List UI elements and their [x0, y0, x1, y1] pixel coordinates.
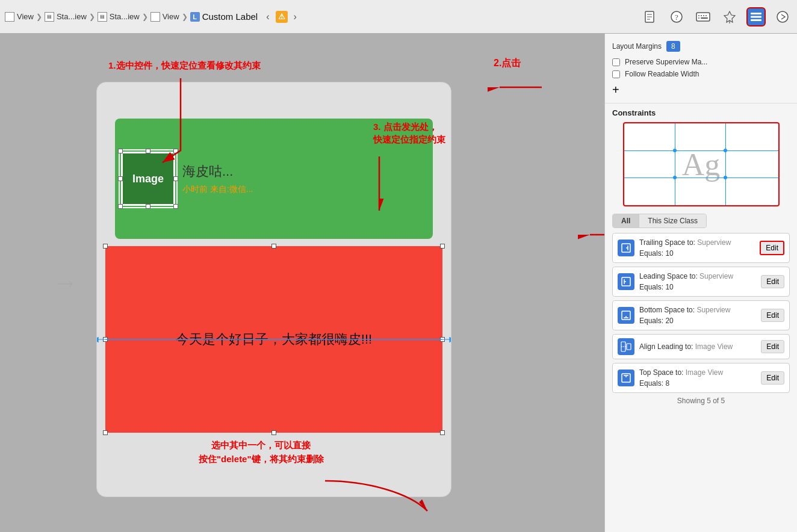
preserve-superview-label: Preserve Superview Ma...: [625, 58, 707, 66]
breadcrumb-label-item[interactable]: L: [190, 12, 200, 22]
red-handle-tl: [103, 244, 108, 249]
constraint-line-right: [105, 339, 451, 340]
nav-forward-icon[interactable]: ›: [290, 10, 300, 23]
text-area: 海皮咕... 小时前 来自:微信...: [182, 162, 427, 195]
top-edit-button[interactable]: Edit: [761, 371, 784, 385]
help-toolbar-icon[interactable]: ?: [667, 7, 686, 26]
sub-text: 小时前 来自:微信...: [182, 184, 427, 195]
stack-icon-1: ▤: [45, 12, 54, 22]
ag-dot-3: [673, 176, 677, 179]
layout-margin-label: Layout Margins: [612, 42, 662, 51]
ag-dot-2: [724, 149, 727, 152]
image-box-wrapper: Image: [121, 152, 175, 206]
constraint-item-bottom: Bottom Space to: Superview Equals: 20 Ed…: [612, 300, 790, 330]
ag-line-top: [624, 150, 778, 151]
step2-annotation: 2.点击: [494, 57, 521, 70]
tab-all[interactable]: All: [613, 214, 639, 227]
pin-toolbar-icon[interactable]: [720, 7, 739, 26]
red-label[interactable]: 今天是个好日子，大家都很嗨皮!!! ◄ ►: [105, 246, 442, 433]
breadcrumb-sep-2: ❯: [89, 13, 95, 21]
showing-text: Showing 5 of 5: [612, 397, 790, 405]
step1-annotation: 1.选中控件，快速定位查看修改其约束: [108, 60, 261, 72]
trailing-edit-button[interactable]: Edit: [760, 241, 784, 255]
layout-margin-value: 8: [666, 41, 680, 52]
tab-this-size-class[interactable]: This Size Class: [639, 214, 706, 227]
constraint-item-align-leading: Align Leading to: Image View Edit: [612, 334, 790, 359]
bottom-constraint-icon: [618, 307, 634, 324]
red-handle-bl: [103, 430, 108, 435]
align-leading-constraint-icon: [618, 338, 634, 355]
leading-edit-button[interactable]: Edit: [761, 275, 784, 288]
forward-toolbar-icon[interactable]: [773, 7, 792, 26]
red-handle-bm: [271, 430, 276, 435]
add-constraint-button[interactable]: +: [612, 82, 790, 98]
breadcrumb-view-2[interactable]: View: [150, 12, 179, 22]
breadcrumb-stack-2[interactable]: ▤ Sta...iew: [98, 12, 140, 22]
svg-point-17: [777, 11, 788, 22]
view-icon-2: [150, 12, 160, 22]
constraints-toolbar-icon[interactable]: [746, 7, 766, 26]
delete-annotation: 选中其中一个，可以直接 按住"delete"键，将其约束删除: [199, 439, 324, 466]
breadcrumb-label-stack-2: Sta...iew: [110, 12, 140, 21]
breadcrumb: View ❯ ▤ Sta...iew ❯ ▤ Sta...iew ❯ View …: [5, 10, 300, 23]
leading-constraint-icon: [618, 273, 634, 290]
top-constraint-icon: [618, 370, 634, 386]
align-leading-constraint-text: Align Leading to: Image View: [639, 341, 756, 352]
align-leading-edit-button[interactable]: Edit: [761, 340, 784, 353]
constraint-item-leading: Leading Space to: Superview Equals: 10 E…: [612, 267, 790, 297]
svg-rect-6: [696, 13, 710, 21]
nav-back-icon[interactable]: ‹: [262, 10, 273, 23]
ag-dot-4: [724, 176, 727, 179]
panel-layout-section: Layout Margins 8 Preserve Superview Ma..…: [605, 34, 797, 104]
handle-bl: [118, 204, 123, 209]
handle-bm: [146, 204, 150, 209]
ag-line-right: [725, 123, 726, 205]
document-toolbar-icon[interactable]: [640, 7, 660, 26]
top-constraint-text: Top Space to: Image View Equals: 8: [639, 367, 756, 389]
breadcrumb-sep-3: ❯: [142, 13, 148, 21]
constraint-item-top: Top Space to: Image View Equals: 8 Edit: [612, 363, 790, 393]
label-icon: L: [190, 12, 200, 22]
trailing-constraint-text: Trailing Space to: Superview Equals: 10: [639, 237, 755, 259]
preserve-superview-checkbox[interactable]: [612, 58, 620, 66]
red-handle-tr: [440, 244, 445, 249]
preserve-superview-row: Preserve Superview Ma...: [612, 58, 790, 66]
red-label-wrapper[interactable]: 今天是个好日子，大家都很嗨皮!!! ◄ ►: [105, 246, 442, 433]
handle-tm: [146, 149, 150, 153]
right-toolbar: ?: [636, 0, 797, 34]
layout-margin-row: Layout Margins 8: [612, 39, 790, 54]
ag-line-bottom: [624, 178, 778, 178]
breadcrumb-stack-1[interactable]: ▤ Sta...iew: [45, 12, 87, 22]
breadcrumb-label-stack-1: Sta...iew: [57, 12, 87, 21]
handle-mr: [173, 176, 178, 181]
svg-rect-33: [627, 344, 631, 350]
breadcrumb-view-1[interactable]: View: [5, 12, 34, 22]
breadcrumb-label-view-1: View: [17, 12, 34, 21]
image-box: Image: [121, 152, 175, 206]
constraints-section: Constraints Ag All This Size Class: [605, 104, 797, 410]
constraints-title: Constraints: [612, 108, 790, 117]
svg-rect-15: [751, 16, 761, 18]
breadcrumb-sep-4: ❯: [182, 13, 188, 21]
ag-line-left: [675, 123, 675, 205]
follow-readable-checkbox[interactable]: [612, 70, 620, 78]
nav-arrows: ‹ ⚠ ›: [262, 10, 300, 23]
follow-readable-row: Follow Readable Width: [612, 70, 790, 78]
svg-rect-35: [622, 374, 630, 382]
size-class-tabs: All This Size Class: [612, 214, 707, 228]
keyboard-toolbar-icon[interactable]: [693, 7, 713, 26]
handle-tl: [118, 149, 123, 153]
breadcrumb-label-view-2: View: [163, 12, 179, 21]
red-handle-br: [440, 430, 445, 435]
handle-br: [173, 204, 178, 209]
custom-label-text: Custom Label: [202, 11, 258, 22]
top-bar: View ❯ ▤ Sta...iew ❯ ▤ Sta...iew ❯ View …: [0, 0, 797, 34]
step3-annotation: 3. 点击发光处， 快速定位指定约束: [373, 120, 445, 146]
bottom-edit-button[interactable]: Edit: [761, 309, 784, 322]
svg-text:?: ?: [675, 13, 678, 22]
handle-ml: [118, 176, 123, 181]
right-arrow-icon: →: [53, 268, 78, 297]
handle-tr: [173, 149, 178, 153]
follow-readable-label: Follow Readable Width: [625, 70, 699, 78]
ag-text: Ag: [682, 147, 721, 182]
